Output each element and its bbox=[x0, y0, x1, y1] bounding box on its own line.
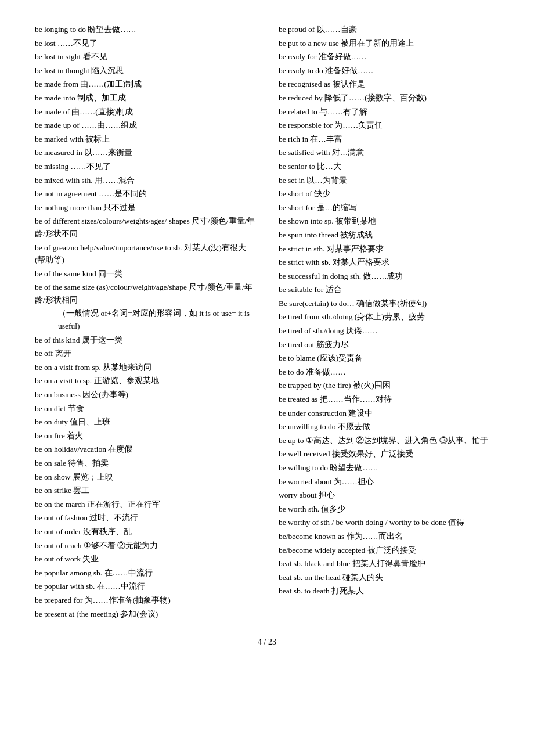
list-item: be out of reach ①够不着 ②无能为力 bbox=[35, 539, 255, 552]
list-item: Be sure(certain) to do… 确信做某事(祈使句) bbox=[279, 297, 499, 310]
list-item: beat sb. on the head 碰某人的头 bbox=[279, 571, 499, 584]
list-item: be on a visit from sp. 从某地来访问 bbox=[35, 361, 255, 374]
list-item: be missing ……不见了 bbox=[35, 160, 255, 173]
list-item: be on show 展览；上映 bbox=[35, 471, 255, 484]
list-item: be proud of 以……自豪 bbox=[279, 23, 499, 36]
list-item: be longing to do 盼望去做…… bbox=[35, 23, 255, 36]
list-item: be lost ……不见了 bbox=[35, 37, 255, 50]
list-item: be strict in sth. 对某事严格要求 bbox=[279, 243, 499, 255]
list-item: be trapped by (the fire) 被(火)围困 bbox=[279, 379, 499, 392]
list-item: （一般情况 of+名词=对应的形容词，如 it is of use= it is… bbox=[35, 307, 255, 332]
list-item: be treated as 把……当作……对待 bbox=[279, 393, 499, 406]
list-item: be recognised as 被认作是 bbox=[279, 78, 499, 91]
list-item: be on fire 着火 bbox=[35, 430, 255, 442]
list-item: be tired out 筋疲力尽 bbox=[279, 339, 499, 351]
list-item: be nothing more than 只不过是 bbox=[35, 201, 255, 214]
list-item: be to do 准备做…… bbox=[279, 366, 499, 379]
list-item: be out of order 没有秩序、乱 bbox=[35, 525, 255, 538]
list-item: be of the same size (as)/colour/weight/a… bbox=[35, 281, 255, 306]
right-column: be proud of 以……自豪be put to a new use 被用在… bbox=[279, 23, 499, 620]
list-item: be lost in thought 陷入沉思 bbox=[35, 64, 255, 77]
list-item: be ready to do 准备好做…… bbox=[279, 64, 499, 77]
list-item: be strict with sb. 对某人严格要求 bbox=[279, 256, 499, 269]
list-item: be on sale 待售、拍卖 bbox=[35, 457, 255, 470]
list-item: beat sb. to death 打死某人 bbox=[279, 585, 499, 597]
list-item: be short for 是…的缩写 bbox=[279, 201, 499, 214]
list-item: be not in agreement ……是不同的 bbox=[35, 188, 255, 200]
list-item: be willing to do 盼望去做…… bbox=[279, 462, 499, 474]
list-item: be to blame (应该)受责备 bbox=[279, 352, 499, 365]
list-item: be tired from sth./doing (身体上)劳累、疲劳 bbox=[279, 311, 499, 323]
list-item: be spun into thread 被纺成线 bbox=[279, 229, 499, 242]
list-item: be made up of ……由……组成 bbox=[35, 119, 255, 132]
list-item: be tired of sth./doing 厌倦…… bbox=[279, 325, 499, 337]
list-item: be reduced by 降低了……(接数字、百分数) bbox=[279, 92, 499, 105]
list-item: be measured in 以……来衡量 bbox=[35, 146, 255, 159]
list-item: be of the same kind 同一类 bbox=[35, 268, 255, 280]
list-item: be worried about 为……担心 bbox=[279, 476, 499, 488]
list-item: be on duty 值日、上班 bbox=[35, 416, 255, 429]
list-item: be marked with 被标上 bbox=[35, 133, 255, 146]
list-item: be on diet 节食 bbox=[35, 402, 255, 415]
list-item: be rich in 在…丰富 bbox=[279, 133, 499, 146]
list-item: be mixed with sth. 用……混合 bbox=[35, 174, 255, 187]
list-item: be made of 由……(直接)制成 bbox=[35, 106, 255, 118]
list-item: be of this kind 属于这一类 bbox=[35, 334, 255, 347]
list-item: be present at (the meeting) 参加(会议) bbox=[35, 608, 255, 621]
list-item: be of great/no help/value/importance/use… bbox=[35, 242, 255, 267]
list-item: be lost in sight 看不见 bbox=[35, 51, 255, 63]
list-item: be made from 由……(加工)制成 bbox=[35, 78, 255, 91]
list-item: be off 离开 bbox=[35, 347, 255, 360]
list-item: be prepared for 为……作准备(抽象事物) bbox=[35, 594, 255, 607]
list-item: be on strike 罢工 bbox=[35, 484, 255, 497]
list-item: be popular among sb. 在……中流行 bbox=[35, 567, 255, 579]
list-item: be related to 与……有了解 bbox=[279, 106, 499, 118]
list-item: be out of work 失业 bbox=[35, 553, 255, 566]
list-item: beat sb. black and blue 把某人打得鼻青脸肿 bbox=[279, 557, 499, 570]
list-item: be on the march 正在游行、正在行军 bbox=[35, 498, 255, 511]
list-item: be up to ①高达、达到 ②达到境界、进入角色 ③从事、忙于 bbox=[279, 434, 499, 447]
list-item: be short of 缺少 bbox=[279, 188, 499, 200]
list-item: be shown into sp. 被带到某地 bbox=[279, 215, 499, 228]
list-item: be out of fashion 过时、不流行 bbox=[35, 512, 255, 524]
list-item: be responsble for 为……负责任 bbox=[279, 119, 499, 132]
list-item: be ready for 准备好做…… bbox=[279, 51, 499, 63]
list-item: be popular with sb. 在……中流行 bbox=[35, 580, 255, 593]
list-item: be well received 接受效果好、广泛接受 bbox=[279, 448, 499, 460]
list-item: be unwilling to do 不愿去做 bbox=[279, 420, 499, 433]
list-item: be successful in doing sth. 做……成功 bbox=[279, 270, 499, 283]
left-column: be longing to do 盼望去做……be lost ……不见了be l… bbox=[35, 23, 255, 620]
list-item: be made into 制成、加工成 bbox=[35, 92, 255, 105]
list-item: be satisfied with 对…满意 bbox=[279, 146, 499, 159]
page-number: 4 / 23 bbox=[35, 638, 499, 647]
list-item: be suitable for 适合 bbox=[279, 283, 499, 296]
list-item: be worthy of sth / be worth doing / wort… bbox=[279, 516, 499, 529]
list-item: be set in 以…为背景 bbox=[279, 174, 499, 187]
list-item: be senior to 比…大 bbox=[279, 160, 499, 173]
list-item: be under construction 建设中 bbox=[279, 407, 499, 420]
list-item: worry about 担心 bbox=[279, 489, 499, 502]
list-item: be/become widely accepted 被广泛的接受 bbox=[279, 544, 499, 557]
main-content: be longing to do 盼望去做……be lost ……不见了be l… bbox=[35, 23, 499, 620]
list-item: be worth sth. 值多少 bbox=[279, 503, 499, 516]
list-item: be of different sizes/colours/weights/ag… bbox=[35, 215, 255, 240]
list-item: be on business 因公(办事等) bbox=[35, 388, 255, 401]
list-item: be/become known as 作为……而出名 bbox=[279, 530, 499, 543]
list-item: be on a visit to sp. 正游览、参观某地 bbox=[35, 375, 255, 387]
list-item: be on holiday/vacation 在度假 bbox=[35, 443, 255, 456]
list-item: be put to a new use 被用在了新的用途上 bbox=[279, 37, 499, 50]
